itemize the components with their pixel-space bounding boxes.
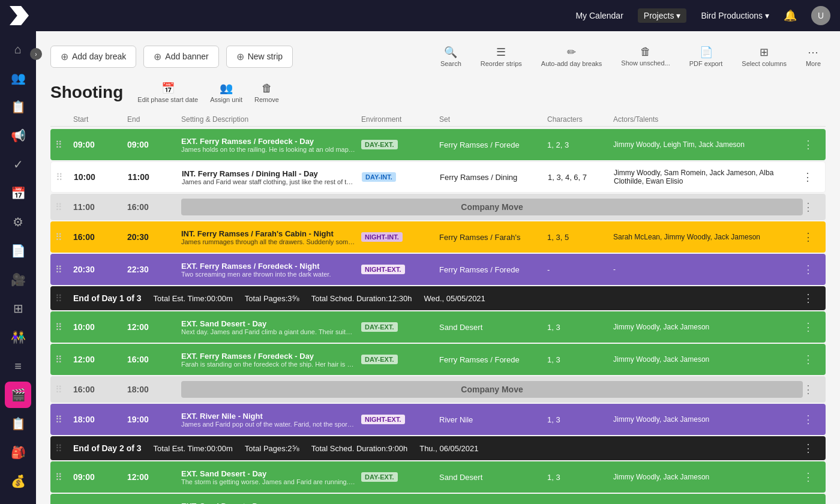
total-time: Total Est. Time:00:00m [154,444,233,453]
sidebar-item-calendar[interactable]: 📅 [5,180,31,206]
row-setting-desc: James rummages through all the drawers. … [181,238,355,245]
sidebar-item-stripboard[interactable]: 🎬 [5,382,31,408]
assign-unit-label: Assign unit [210,96,242,103]
add-day-break-button[interactable]: ⊕ Add day break [50,46,136,68]
sidebar-item-reports[interactable]: 📋 [5,410,31,437]
sidebar-item-documents[interactable]: 📄 [5,238,31,264]
table-header: Start End Setting & Description Environm… [50,113,826,127]
row-set: Ferry Ramses / Forede [439,140,547,149]
search-button[interactable]: 🔍 Search [436,43,466,70]
app-logo[interactable] [10,6,29,25]
row-end: 16:00 [127,202,181,212]
drag-handle[interactable]: ⠿ [55,202,73,213]
remove-label: Remove [254,96,279,103]
plus-icon: ⊕ [61,51,68,62]
sidebar-item-list[interactable]: ≡ [5,353,31,379]
reorder-label: Reorder strips [481,60,522,67]
sidebar-item-cast[interactable]: 👥 [5,65,31,91]
row-setting-desc: Farah is standing on the foredeck of the… [181,361,355,368]
day-end-date: Thu., 06/05/2021 [419,444,478,453]
drag-handle[interactable]: ⠿ [55,232,73,243]
day-end-label: End of Day 2 of 3 [73,443,142,453]
notifications-bell-icon[interactable]: 🔔 [784,9,797,22]
row-menu-button[interactable]: ⋮ [803,442,821,455]
day-end-label: End of Day 1 of 3 [73,293,142,303]
drag-handle[interactable]: ⠿ [55,414,73,425]
sidebar-item-camera[interactable]: 🎥 [5,266,31,293]
drag-handle[interactable]: ⠿ [56,172,74,183]
drag-handle[interactable]: ⠿ [55,293,73,304]
row-setting: EXT. Ferry Ramses / Foredeck - Day Farah… [181,352,361,368]
remove-button[interactable]: 🗑 Remove [254,82,279,103]
sidebar-item-grid[interactable]: ⊞ [5,295,31,322]
plus-icon-2: ⊕ [154,51,161,62]
row-menu-button[interactable]: ⋮ [803,413,821,426]
more-button[interactable]: ⋯ More [801,43,826,70]
sidebar-item-home[interactable]: ⌂ [5,36,31,62]
select-columns-button[interactable]: ⊞ Select columns [737,43,791,70]
avatar[interactable]: U [811,6,830,25]
sidebar-item-announce[interactable]: 📢 [5,122,31,149]
drag-handle[interactable]: ⠿ [55,354,73,365]
drag-handle[interactable]: ⠿ [55,384,73,395]
reorder-strips-button[interactable]: ☰ Reorder strips [476,43,527,70]
drag-handle[interactable]: ⠿ [55,139,73,151]
auto-add-button[interactable]: ✏ Auto-add day breaks [536,43,607,70]
table-row: ⠿ End of Day 2 of 3 Total Est. Time:00:0… [50,436,826,460]
row-menu-button[interactable]: ⋮ [803,263,821,276]
table-row: ⠿ End of Day 1 of 3 Total Est. Time:00:0… [50,286,826,310]
row-setting-title: EXT. Sand Desert - Day [181,319,361,328]
sidebar-item-breakdown[interactable]: 📋 [5,94,31,120]
row-menu-button[interactable]: ⋮ [803,200,821,214]
new-strip-label: New strip [248,52,283,61]
row-menu-button[interactable]: ⋮ [803,292,821,305]
sidebar: ⌂ 👥 📋 📢 ✓ 📅 ⚙ 📄 🎥 ⊞ 👫 ≡ 🎬 📋 🎒 💰 [0,31,36,504]
row-menu-button[interactable]: ⋮ [803,138,821,151]
edit-phase-button[interactable]: 📅 Edit phase start date [137,82,198,103]
drag-handle[interactable]: ⠿ [55,443,73,454]
row-menu-button[interactable]: ⋮ [803,230,821,244]
env-badge: DAY-EXT. [361,355,398,364]
sidebar-item-tasks[interactable]: ✓ [5,151,31,178]
drag-handle[interactable]: ⠿ [55,472,73,483]
my-calendar-link[interactable]: My Calendar [575,11,623,20]
row-env: NIGHT-EXT. [361,265,439,274]
toolbar-top: ⊕ Add day break ⊕ Add banner ⊕ New strip… [50,43,826,70]
env-badge: NIGHT-INT. [361,232,403,242]
sidebar-collapse-btn[interactable]: › [30,48,42,60]
pdf-export-button[interactable]: 📄 PDF export [685,43,728,70]
row-actors: Jimmy Woodly, Jack Jameson [613,473,803,481]
row-end: 18:00 [127,385,181,394]
sidebar-item-team[interactable]: 👫 [5,324,31,350]
row-chars: 1, 3 [547,323,613,332]
row-menu-button[interactable]: ⋮ [802,170,820,184]
projects-button[interactable]: Projects ▾ [638,8,687,23]
env-badge: DAY-INT. [362,172,396,182]
show-unsched-button[interactable]: 🗑 Show unsched... [616,43,674,70]
new-strip-button[interactable]: ⊕ New strip [226,46,293,68]
sidebar-item-settings[interactable]: ⚙ [5,209,31,235]
row-menu-button[interactable]: ⋮ [803,320,821,334]
drag-handle[interactable]: ⠿ [55,264,73,275]
env-badge: DAY-EXT. [361,322,398,332]
sidebar-item-budget[interactable]: 💰 [5,468,31,494]
assign-unit-button[interactable]: 👥 Assign unit [210,82,242,103]
row-menu-button[interactable]: ⋮ [803,383,821,396]
company-button[interactable]: Bird Productions ▾ [701,11,769,20]
row-setting-title: EXT. River Nile - Night [181,412,361,421]
add-banner-button[interactable]: ⊕ Add banner [143,46,218,68]
row-menu-button[interactable]: ⋮ [803,353,821,366]
row-actors: Sarah McLean, Jimmy Woodly, Jack Jameson [613,233,803,241]
table-row: ⠿ 12:00 16:00 EXT. Ferry Ramses / Forede… [50,344,826,375]
row-set: Ferry Ramses / Forede [439,265,547,274]
row-setting-desc: The storm is getting worse. James and Fa… [181,478,355,485]
row-setting: EXT. Sand Desert - Day The empty desert.… [181,502,361,505]
sidebar-item-assets[interactable]: 🎒 [5,439,31,466]
drag-handle[interactable]: ⠿ [55,322,73,333]
row-end: 12:00 [127,322,181,332]
row-menu-button[interactable]: ⋮ [803,470,821,484]
table-row: ⠿ 16:00 18:00 Company Move ⋮ [50,376,826,403]
table-row: ⠿ 10:00 12:00 EXT. Sand Desert - Day Nex… [50,311,826,343]
row-env: NIGHT-INT. [361,232,439,242]
company-move-label: Company Move [181,381,803,398]
